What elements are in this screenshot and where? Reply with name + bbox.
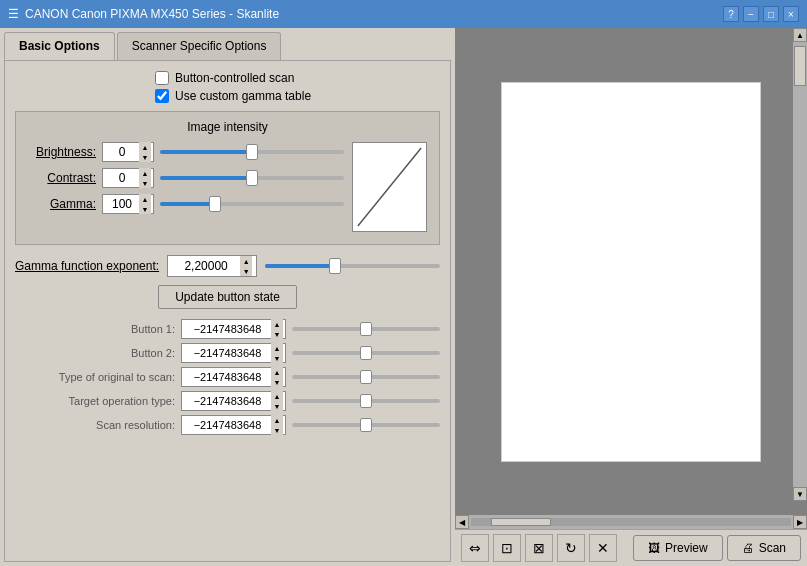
title-bar-controls[interactable]: ? − □ × xyxy=(723,6,799,22)
fit-selection-icon[interactable]: ⊠ xyxy=(525,534,553,562)
param-up-3[interactable]: ▲ xyxy=(271,391,283,401)
brightness-down[interactable]: ▼ xyxy=(139,152,151,162)
param-track-0[interactable] xyxy=(292,327,440,331)
table-row: Target operation type: −2147483648 ▲ ▼ xyxy=(15,391,440,411)
use-gamma-row: Use custom gamma table xyxy=(155,89,311,103)
param-label-3: Target operation type: xyxy=(15,395,175,407)
preview-canvas xyxy=(501,82,761,462)
param-track-3[interactable] xyxy=(292,399,440,403)
delete-icon[interactable]: ✕ xyxy=(589,534,617,562)
brightness-thumb[interactable] xyxy=(246,144,258,160)
scan-button[interactable]: 🖨 Scan xyxy=(727,535,801,561)
param-value-4: −2147483648 xyxy=(184,419,271,431)
gamma-track[interactable] xyxy=(160,202,344,206)
brightness-value: 0 xyxy=(105,145,139,159)
param-thumb-2[interactable] xyxy=(360,370,372,384)
gamma-fn-up[interactable]: ▲ xyxy=(240,256,252,266)
param-up-1[interactable]: ▲ xyxy=(271,343,283,353)
param-track-1[interactable] xyxy=(292,351,440,355)
intensity-inner: Brightness: 0 ▲ ▼ xyxy=(28,142,427,232)
contrast-spinner[interactable]: 0 ▲ ▼ xyxy=(102,168,154,188)
param-spinner-3[interactable]: −2147483648 ▲ ▼ xyxy=(181,391,286,411)
scroll-up-arrow[interactable]: ▲ xyxy=(793,28,807,42)
app-icon: ☰ xyxy=(8,7,19,21)
brightness-spinner[interactable]: 0 ▲ ▼ xyxy=(102,142,154,162)
brightness-arrows: ▲ ▼ xyxy=(139,142,151,162)
param-rows: Button 1: −2147483648 ▲ ▼ Button 2: xyxy=(15,319,440,435)
maximize-button[interactable]: □ xyxy=(763,6,779,22)
gamma-fn-label: Gamma function exponent: xyxy=(15,259,159,273)
contrast-value: 0 xyxy=(105,171,139,185)
fit-page-icon[interactable]: ⊡ xyxy=(493,534,521,562)
param-track-4[interactable] xyxy=(292,423,440,427)
scroll-track-h[interactable] xyxy=(471,518,791,526)
param-down-0[interactable]: ▼ xyxy=(271,329,283,339)
gamma-fn-spinner[interactable]: 2,20000 ▲ ▼ xyxy=(167,255,257,277)
param-spinner-2[interactable]: −2147483648 ▲ ▼ xyxy=(181,367,286,387)
tab-scanner[interactable]: Scanner Specific Options xyxy=(117,32,282,60)
scrollbar-horizontal[interactable]: ◀ ▶ xyxy=(455,515,807,529)
minimize-button[interactable]: − xyxy=(743,6,759,22)
param-spinner-0[interactable]: −2147483648 ▲ ▼ xyxy=(181,319,286,339)
gamma-thumb[interactable] xyxy=(209,196,221,212)
contrast-up[interactable]: ▲ xyxy=(139,168,151,178)
scrollbar-vertical[interactable]: ▲ ▼ xyxy=(793,28,807,501)
param-up-2[interactable]: ▲ xyxy=(271,367,283,377)
gamma-up[interactable]: ▲ xyxy=(139,194,151,204)
brightness-up[interactable]: ▲ xyxy=(139,142,151,152)
scroll-right-arrow[interactable]: ▶ xyxy=(793,515,807,529)
scroll-left-arrow[interactable]: ◀ xyxy=(455,515,469,529)
param-thumb-1[interactable] xyxy=(360,346,372,360)
gamma-down[interactable]: ▼ xyxy=(139,204,151,214)
param-down-1[interactable]: ▼ xyxy=(271,353,283,363)
gamma-fn-row: Gamma function exponent: 2,20000 ▲ ▼ xyxy=(15,255,440,277)
param-value-3: −2147483648 xyxy=(184,395,271,407)
gamma-value: 100 xyxy=(105,197,139,211)
param-down-4[interactable]: ▼ xyxy=(271,425,283,435)
gamma-fn-down[interactable]: ▼ xyxy=(240,266,252,276)
main-container: Basic Options Scanner Specific Options B… xyxy=(0,28,807,566)
param-spinner-4[interactable]: −2147483648 ▲ ▼ xyxy=(181,415,286,435)
button-controlled-checkbox[interactable] xyxy=(155,71,169,85)
table-row: Button 2: −2147483648 ▲ ▼ xyxy=(15,343,440,363)
use-gamma-label: Use custom gamma table xyxy=(175,89,311,103)
param-thumb-4[interactable] xyxy=(360,418,372,432)
update-button[interactable]: Update button state xyxy=(158,285,297,309)
param-up-4[interactable]: ▲ xyxy=(271,415,283,425)
brightness-track[interactable] xyxy=(160,150,344,154)
svg-line-0 xyxy=(358,148,421,226)
contrast-fill xyxy=(160,176,252,180)
use-gamma-checkbox[interactable] xyxy=(155,89,169,103)
param-thumb-0[interactable] xyxy=(360,322,372,336)
contrast-down[interactable]: ▼ xyxy=(139,178,151,188)
gamma-label: Gamma: xyxy=(28,197,96,211)
fit-width-icon[interactable]: ⇔ xyxy=(461,534,489,562)
gamma-fn-arrows: ▲ ▼ xyxy=(240,256,252,276)
tab-basic[interactable]: Basic Options xyxy=(4,32,115,60)
sliders-section: Brightness: 0 ▲ ▼ xyxy=(28,142,344,232)
gamma-svg xyxy=(353,143,426,231)
intensity-box: Image intensity Brightness: 0 ▲ ▼ xyxy=(15,111,440,245)
preview-button[interactable]: 🖼 Preview xyxy=(633,535,723,561)
param-label-4: Scan resolution: xyxy=(15,419,175,431)
param-track-2[interactable] xyxy=(292,375,440,379)
brightness-fill xyxy=(160,150,252,154)
param-spinner-1[interactable]: −2147483648 ▲ ▼ xyxy=(181,343,286,363)
preview-toolbar: ⇔ ⊡ ⊠ ↻ ✕ 🖼 Preview 🖨 Scan xyxy=(455,529,807,566)
rotate-icon[interactable]: ↻ xyxy=(557,534,585,562)
scroll-thumb-horizontal[interactable] xyxy=(491,518,551,526)
scroll-down-arrow[interactable]: ▼ xyxy=(793,487,807,501)
scroll-thumb-vertical[interactable] xyxy=(794,46,806,86)
param-up-0[interactable]: ▲ xyxy=(271,319,283,329)
param-down-3[interactable]: ▼ xyxy=(271,401,283,411)
help-title-button[interactable]: ? xyxy=(723,6,739,22)
contrast-thumb[interactable] xyxy=(246,170,258,186)
close-title-button[interactable]: × xyxy=(783,6,799,22)
param-thumb-3[interactable] xyxy=(360,394,372,408)
gamma-spinner[interactable]: 100 ▲ ▼ xyxy=(102,194,154,214)
gamma-fn-track[interactable] xyxy=(265,264,440,268)
gamma-chart xyxy=(352,142,427,232)
gamma-fn-thumb[interactable] xyxy=(329,258,341,274)
param-down-2[interactable]: ▼ xyxy=(271,377,283,387)
contrast-track[interactable] xyxy=(160,176,344,180)
